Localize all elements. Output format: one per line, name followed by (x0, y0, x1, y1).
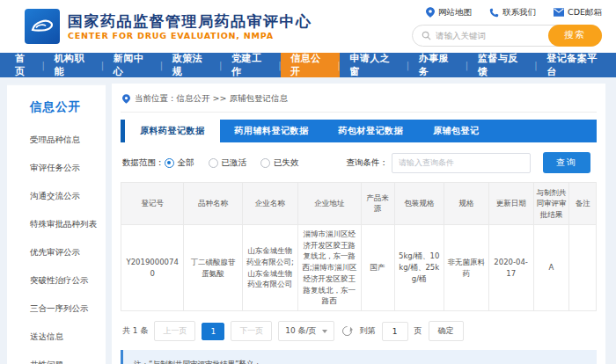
refresh-icon[interactable] (340, 324, 354, 339)
nav-item-policies[interactable]: 政策法规 (163, 53, 222, 77)
chevron-down-icon (322, 330, 327, 333)
jump-page-input[interactable] (382, 322, 408, 341)
cell-source: 国产 (361, 224, 394, 310)
nav-item-news[interactable]: 新闻中心 (104, 53, 163, 77)
sidebar-item[interactable]: 突破性治疗公示 (7, 266, 106, 295)
tab-excipient-registration-data[interactable]: 药用辅料登记数据 (220, 120, 324, 142)
site-search-bar: 搜索 (412, 25, 602, 47)
total-count: 共 1 条 (122, 325, 148, 337)
cell-reg-no: Y20190000740 (121, 224, 184, 310)
site-search-input[interactable] (436, 31, 541, 40)
radio-expired-label: 已失效 (274, 157, 299, 169)
header-right: 网站地图 联系我们 CDE邮箱 搜索 (412, 7, 605, 47)
contact-label: 联系我们 (502, 7, 536, 18)
main-content: 当前位置：信息公开 >> 原辅包登记信息 原料药登记数据 药用辅料登记数据 药包… (112, 84, 605, 364)
page-size-value: 10 条/页 (285, 325, 316, 337)
nav-item-party-building[interactable]: 党建工作 (222, 53, 281, 77)
sidebar-item[interactable]: 审评任务公示 (7, 154, 106, 182)
tab-packaging-registration-data[interactable]: 药包材登记数据 (324, 120, 419, 142)
sidebar-item[interactable]: 受理品种信息 (7, 126, 106, 154)
nav-item-services[interactable]: 办事服务 (409, 53, 468, 77)
query-input[interactable] (392, 153, 531, 173)
col-address: 企业地址 (298, 183, 361, 225)
radio-dot-icon (209, 158, 218, 168)
radio-all[interactable]: 全部 (165, 157, 194, 169)
sidebar-item[interactable]: 沟通交流公示 (7, 182, 106, 210)
next-page-button[interactable]: 下一页 (231, 321, 272, 341)
mail-link[interactable]: CDE邮箱 (554, 7, 602, 18)
sidebar-item[interactable]: 送达信息 (7, 323, 106, 351)
col-reg-no: 登记号 (121, 183, 184, 225)
quick-links: 网站地图 联系我们 CDE邮箱 (426, 7, 602, 18)
site-title: 国家药品监督管理局药品审评中心 (68, 12, 312, 31)
table-header-row: 登记号 品种名称 企业名称 企业地址 产品来源 包装规格 规格 更新日期 与制剂… (121, 183, 597, 225)
cde-logo-icon (25, 9, 60, 44)
note-box: 注：“与制剂共同审评审批结果”释义： 符号 代表含义 A 已批准在上市制剂使用的… (121, 350, 597, 364)
sidebar: 信息公开 受理品种信息 审评任务公示 沟通交流公示 特殊审批品种列表 优先审评公… (7, 84, 106, 364)
phone-icon (489, 8, 499, 18)
note-title: 注：“与制剂共同审评审批结果”释义： (134, 357, 586, 364)
breadcrumb-text: 当前位置：信息公开 >> 原辅包登记信息 (135, 93, 288, 105)
sitemap-link[interactable]: 网站地图 (426, 7, 472, 18)
sidebar-title: 信息公开 (7, 92, 106, 126)
brand: 国家药品监督管理局药品审评中心 CENTER FOR DRUG EVALUATI… (25, 9, 312, 44)
prev-page-button[interactable]: 上一页 (154, 321, 195, 341)
nav-item-home[interactable]: 首页 (5, 53, 45, 77)
search-icon (422, 31, 431, 40)
cell-remark (569, 224, 597, 310)
site-search-button[interactable]: 搜索 (548, 25, 602, 47)
col-update-date: 更新日期 (488, 183, 533, 225)
mail-label: CDE邮箱 (568, 7, 602, 18)
jump-unit: 页 (414, 325, 422, 337)
radio-expired[interactable]: 已失效 (260, 157, 299, 169)
col-package: 包装规格 (394, 183, 444, 225)
jump-label: 到第 (360, 325, 376, 337)
brand-text: 国家药品监督管理局药品审评中心 CENTER FOR DRUG EVALUATI… (68, 12, 312, 40)
page-number-button[interactable]: 1 (202, 323, 224, 340)
radio-activated[interactable]: 已激活 (209, 157, 247, 169)
site-subtitle: CENTER FOR DRUG EVALUATION, NMPA (68, 31, 312, 40)
site-header: 国家药品监督管理局药品审评中心 CENTER FOR DRUG EVALUATI… (0, 0, 616, 53)
sidebar-item[interactable]: 三合一序列公示 (7, 295, 106, 323)
radio-all-label: 全部 (178, 157, 194, 169)
nav-item-info-disclosure[interactable]: 信息公开 (281, 53, 340, 77)
col-source: 产品来源 (361, 183, 394, 225)
col-spec: 规格 (444, 183, 488, 225)
registration-table: 登记号 品种名称 企业名称 企业地址 产品来源 包装规格 规格 更新日期 与制剂… (121, 182, 597, 311)
sidebar-item[interactable]: 共性问题 (7, 351, 106, 364)
page-size-select[interactable]: 10 条/页 (278, 321, 334, 341)
radio-dot-icon (260, 158, 270, 168)
location-pin-icon (426, 7, 435, 18)
cell-company: 山东金城生物药业有限公司;山东金城生物药业有限公司 (242, 224, 298, 310)
col-approval-result: 与制剂共同审评审批结果 (533, 183, 569, 225)
query-button[interactable]: 查询 (543, 152, 590, 173)
envelope-icon (554, 8, 564, 17)
jump-confirm-button[interactable]: 确定 (429, 321, 464, 341)
cell-spec: 非无菌原料药 (444, 224, 488, 310)
table-row: Y20190000740 丁二磺酸腺苷蛋氨酸 山东金城生物药业有限公司;山东金城… (121, 224, 597, 310)
cell-name: 丁二磺酸腺苷蛋氨酸 (184, 224, 242, 310)
sitemap-label: 网站地图 (438, 7, 472, 18)
scope-label: 数据范围： (122, 157, 165, 169)
col-remark: 备注 (569, 183, 597, 225)
nav-item-org-functions[interactable]: 机构职能 (45, 53, 104, 77)
pagination: 共 1 条 上一页 1 下一页 10 条/页 到第 页 确定 (121, 311, 597, 350)
radio-dot-icon (165, 158, 174, 168)
nav-item-applicant-window[interactable]: 申请人之窗 (340, 53, 408, 77)
tab-api-registration-data[interactable]: 原料药登记数据 (125, 120, 220, 142)
tab-raw-aux-pack-registration[interactable]: 原辅包登记 (418, 120, 495, 142)
sidebar-item[interactable]: 特殊审批品种列表 (7, 210, 106, 238)
location-pin-icon (122, 94, 130, 104)
sidebar-item[interactable]: 优先审评公示 (7, 238, 106, 266)
cell-package: 5kg/桶、10kg/桶、25kg/桶 (394, 224, 444, 310)
contact-link[interactable]: 联系我们 (489, 7, 536, 18)
nav-item-registration-platform[interactable]: 登记备案平台 (537, 53, 616, 77)
tab-bar: 原料药登记数据 药用辅料登记数据 药包材登记数据 原辅包登记 (121, 120, 597, 142)
nav-item-supervision-feedback[interactable]: 监督与反馈 (468, 53, 537, 77)
page-body: 信息公开 受理品种信息 审评任务公示 沟通交流公示 特殊审批品种列表 优先审评公… (0, 77, 616, 364)
radio-activated-label: 已激活 (222, 157, 247, 169)
filter-row: 数据范围： 全部 已激活 已失效 查询条件： 查询 (121, 142, 597, 182)
main-nav: 首页 机构职能 新闻中心 政策法规 党建工作 信息公开 申请人之窗 办事服务 监… (0, 53, 616, 77)
col-company: 企业名称 (242, 183, 298, 225)
cell-update-date: 2020-04-17 (488, 224, 533, 310)
